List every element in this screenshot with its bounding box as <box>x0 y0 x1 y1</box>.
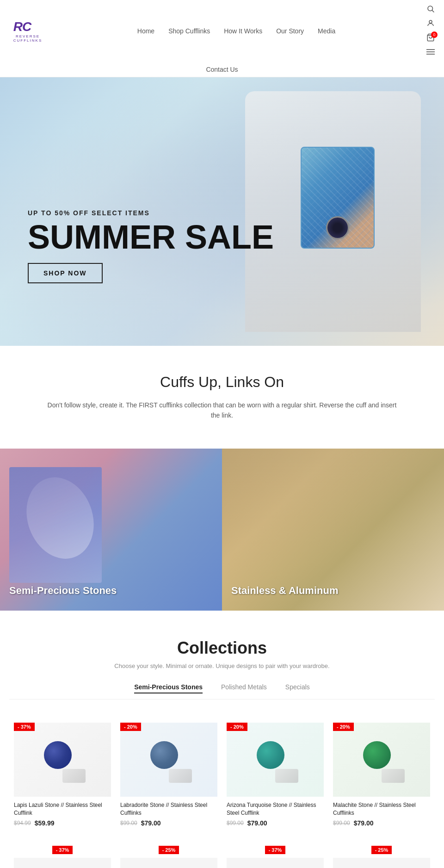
tile-stainless-label: Stainless & Aluminum <box>231 585 338 597</box>
cuff-stone-turquoise <box>257 741 284 769</box>
product-row2-3[interactable]: - 37% <box>222 841 328 868</box>
product-badge-malachite: - 20% <box>333 723 354 731</box>
hero-subtitle: UP TO 50% OFF SELECT ITEMS <box>28 209 274 217</box>
product-image-lapis <box>14 723 111 797</box>
search-button[interactable] <box>426 5 435 15</box>
cart-count: 0 <box>431 31 438 38</box>
product-card-lapis[interactable]: - 37% Lapis Lazuli Stone // Stainless St… <box>9 718 116 832</box>
cart-button[interactable]: 0 <box>426 33 435 44</box>
svg-point-0 <box>428 6 433 11</box>
product-name-turquoise: Arizona Turquoise Stone // Stainless Ste… <box>227 801 324 817</box>
collections-tabs: Semi-Precious Stones Polished Metals Spe… <box>9 683 435 699</box>
price-old-lapis: $94.99 <box>14 820 31 826</box>
product-prices-lapis: $94.99 $59.99 <box>14 819 111 827</box>
hero-content: UP TO 50% OFF SELECT ITEMS SUMMER SALE S… <box>0 191 302 302</box>
svg-line-1 <box>432 10 434 12</box>
menu-button[interactable] <box>426 48 435 57</box>
price-new-labradorite: $79.00 <box>141 819 161 827</box>
row2-badge-3: - 37% <box>265 846 286 854</box>
product-badge-lapis: - 37% <box>14 723 35 731</box>
nav-shop-cufflinks[interactable]: Shop Cufflinks <box>168 27 210 35</box>
price-old-labradorite: $99.00 <box>120 820 137 826</box>
svg-point-2 <box>429 20 432 23</box>
header: RC REVERSECUFFLINKS Home Shop Cufflinks … <box>0 0 444 77</box>
cufflink-visual-lapis <box>39 737 86 783</box>
collections-title: Collections <box>9 638 435 658</box>
product-card-labradorite[interactable]: - 20% Labradorite Stone // Stainless Ste… <box>116 718 222 832</box>
row2-badge-2: - 25% <box>159 846 179 854</box>
tagline-title: Cuffs Up, Links On <box>46 374 398 391</box>
logo-subtext: REVERSECUFFLINKS <box>13 34 42 43</box>
shop-now-button[interactable]: SHOP NOW <box>28 263 103 283</box>
product-prices-labradorite: $99.00 $79.00 <box>120 819 217 827</box>
nav-media[interactable]: Media <box>318 27 335 35</box>
nav-home[interactable]: Home <box>137 27 154 35</box>
price-new-lapis: $59.99 <box>35 819 55 827</box>
tagline-section: Cuffs Up, Links On Don't follow style, c… <box>0 346 444 449</box>
tile-semi-label: Semi-Precious Stones <box>9 585 117 597</box>
row2-img-4 <box>333 858 430 868</box>
collections-section: Collections Choose your style. Minimal o… <box>0 611 444 868</box>
logo[interactable]: RC REVERSECUFFLINKS <box>9 17 46 45</box>
tab-specials[interactable]: Specials <box>285 683 310 693</box>
collections-description: Choose your style. Minimal or ornate. Un… <box>9 662 435 669</box>
tagline-description: Don't follow style, create it. The FIRST… <box>46 400 398 421</box>
tab-polished-metals[interactable]: Polished Metals <box>221 683 267 693</box>
product-card-malachite[interactable]: - 20% Malachite Stone // Stainless Steel… <box>328 718 435 832</box>
product-name-lapis: Lapis Lazuli Stone // Stainless Steel Cu… <box>14 801 111 817</box>
cuff-band-lapis <box>62 769 86 783</box>
product-row2-2[interactable]: - 25% <box>116 841 222 868</box>
price-new-turquoise: $79.00 <box>247 819 267 827</box>
category-tiles: Semi-Precious Stones Stainless & Aluminu… <box>0 449 444 611</box>
hero-stone <box>326 216 349 239</box>
product-image-turquoise <box>227 723 324 797</box>
tab-semi-precious[interactable]: Semi-Precious Stones <box>134 683 203 693</box>
product-row2-1[interactable]: - 37% <box>9 841 116 868</box>
main-nav: Home Shop Cufflinks How It Works Our Sto… <box>137 27 335 35</box>
row2-img-3 <box>227 858 324 868</box>
product-prices-malachite: $99.00 $79.00 <box>333 819 430 827</box>
product-card-turquoise[interactable]: - 20% Arizona Turquoise Stone // Stainle… <box>222 718 328 832</box>
row2-img-2 <box>120 858 217 868</box>
product-name-malachite: Malachite Stone // Stainless Steel Cuffl… <box>333 801 430 817</box>
product-badge-labradorite: - 20% <box>120 723 141 731</box>
row2-badge-1: - 37% <box>52 846 73 854</box>
nav-contact-us[interactable]: Contact Us <box>206 66 238 73</box>
category-tile-semi-precious[interactable]: Semi-Precious Stones <box>0 449 222 611</box>
cufflink-visual-labradorite <box>146 737 192 783</box>
row2-badge-4: - 25% <box>371 846 392 854</box>
product-prices-turquoise: $99.00 $79.00 <box>227 819 324 827</box>
price-new-malachite: $79.00 <box>354 819 374 827</box>
hero-section: UP TO 50% OFF SELECT ITEMS SUMMER SALE S… <box>0 77 444 346</box>
product-image-malachite <box>333 723 430 797</box>
product-badge-turquoise: - 20% <box>227 723 247 731</box>
row2-img-1 <box>14 858 111 868</box>
cuff-stone-malachite <box>363 741 391 769</box>
nav-our-story[interactable]: Our Story <box>276 27 304 35</box>
hero-title: SUMMER SALE <box>28 220 274 254</box>
products-row2: - 37% - 25% - 37% - 25% <box>9 836 435 868</box>
product-image-labradorite <box>120 723 217 797</box>
price-old-malachite: $99.00 <box>333 820 350 826</box>
cuff-stone-labradorite <box>150 741 178 769</box>
product-row2-4[interactable]: - 25% <box>328 841 435 868</box>
products-grid: - 37% Lapis Lazuli Stone // Stainless St… <box>9 713 435 837</box>
price-old-turquoise: $99.00 <box>227 820 244 826</box>
logo-text: RC <box>13 19 42 34</box>
cufflink-visual-turquoise <box>252 737 298 783</box>
account-button[interactable] <box>426 19 435 30</box>
cufflink-visual-malachite <box>358 737 405 783</box>
nav-how-it-works[interactable]: How It Works <box>224 27 262 35</box>
cuff-band-turquoise <box>275 769 298 783</box>
product-name-labradorite: Labradorite Stone // Stainless Steel Cuf… <box>120 801 217 817</box>
cuff-stone-lapis <box>44 741 72 769</box>
cuff-band-malachite <box>382 769 405 783</box>
header-icons: 0 <box>426 5 435 57</box>
category-tile-stainless[interactable]: Stainless & Aluminum <box>222 449 444 611</box>
cuff-band-labradorite <box>169 769 192 783</box>
